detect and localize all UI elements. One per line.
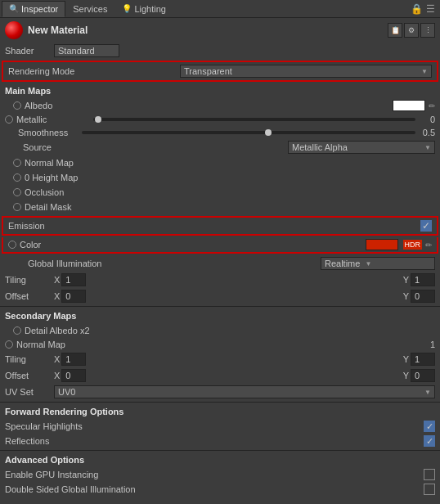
gpu-instancing-checkbox[interactable]: [424, 469, 435, 480]
smoothness-value: 0.5: [419, 128, 435, 137]
gpu-instancing-controls: [424, 469, 435, 480]
offset-x-field: X 0: [54, 290, 86, 303]
advanced-header: Advanced Options: [0, 452, 440, 467]
secondary-normal-circle: [5, 340, 13, 349]
shader-value[interactable]: Standard: [54, 44, 119, 57]
tiling-label: Tiling: [5, 275, 54, 285]
secondary-normal-value: 1: [419, 340, 435, 349]
uvset-arrow: ▼: [424, 389, 431, 396]
offset2-y-value[interactable]: 0: [411, 369, 435, 382]
uvset-row: UV Set UV0 ▼: [0, 384, 440, 400]
tiling-x-label: X: [54, 275, 60, 285]
albedo-color-swatch[interactable]: [393, 100, 425, 111]
gpu-instancing-label: Enable GPU Instancing: [5, 470, 98, 479]
tiling-y-field: Y 1: [403, 273, 435, 286]
offset-label: Offset: [5, 291, 54, 301]
detail-albedo-label: Detail Albedo x2: [25, 326, 90, 335]
forward-rendering-header: Forward Rendering Options: [0, 404, 440, 419]
albedo-controls: ✏: [393, 100, 435, 111]
secondary-normal-label: Normal Map: [16, 340, 65, 349]
emission-color-circle: [8, 241, 16, 249]
smoothness-slider-thumb: [265, 129, 272, 136]
emission-color-swatch[interactable]: [366, 239, 398, 250]
tab-services[interactable]: Services: [65, 1, 114, 17]
height-map-row: 0 Height Map: [0, 170, 440, 185]
tiling2-row: Tiling X 1 Y 1: [0, 351, 440, 367]
tiling2-y-label: Y: [403, 354, 409, 364]
lock-icon[interactable]: 🔒: [411, 3, 423, 15]
detail-albedo-row: Detail Albedo x2: [0, 323, 440, 338]
tiling2-y-field: Y 1: [403, 353, 435, 366]
gi-dropdown[interactable]: Realtime ▼: [321, 257, 435, 270]
occlusion-label: Occlusion: [25, 187, 64, 197]
albedo-circle: [13, 101, 21, 110]
specular-row: Specular Highlights ✓: [0, 419, 440, 434]
source-right: Metallic Alpha ▼: [288, 141, 435, 154]
more-button[interactable]: ⋮: [420, 23, 435, 38]
emission-checkbox[interactable]: ✓: [420, 220, 432, 232]
occlusion-row: Occlusion: [0, 185, 440, 200]
main-content: New Material 📋 ⚙ ⋮ Shader Standard Rende…: [0, 18, 440, 504]
tabbar-actions: 🔒 ☰: [411, 3, 438, 15]
tiling-x-value[interactable]: 1: [61, 273, 86, 286]
settings-button[interactable]: ⚙: [404, 23, 419, 38]
tiling-x-field: X 1: [54, 273, 86, 286]
source-row: Source Metallic Alpha ▼: [0, 139, 440, 155]
offset-y-value[interactable]: 0: [411, 290, 435, 303]
offset-row: Offset X 0 Y 0: [0, 288, 440, 304]
tiling2-label: Tiling: [5, 354, 54, 364]
offset2-row: Offset X 0 Y 0: [0, 367, 440, 384]
source-arrow: ▼: [424, 144, 431, 151]
emission-color-row: Color HDR ✏: [2, 237, 438, 254]
shader-row: Shader Standard: [0, 43, 440, 59]
emission-color-label: Color: [20, 240, 41, 250]
gi-value: Realtime: [325, 259, 360, 268]
detail-albedo-circle: [13, 326, 21, 335]
gpu-instancing-row: Enable GPU Instancing: [0, 467, 440, 482]
double-sided-controls: [424, 484, 435, 495]
metallic-slider[interactable]: [93, 118, 415, 121]
normal-map-circle: [13, 159, 21, 167]
preview-button[interactable]: 📋: [388, 23, 402, 38]
reflections-label: Reflections: [5, 436, 49, 446]
uvset-dropdown[interactable]: UV0 ▼: [54, 385, 435, 398]
offset2-x-value[interactable]: 0: [61, 369, 86, 382]
normal-map-label: Normal Map: [25, 158, 74, 168]
divider-2: [0, 402, 440, 403]
smoothness-slider[interactable]: [82, 131, 415, 134]
tiling-y-value[interactable]: 1: [411, 273, 435, 286]
tab-lighting-label: Lighting: [134, 4, 166, 14]
smoothness-label: Smoothness: [5, 128, 79, 137]
source-dropdown[interactable]: Metallic Alpha ▼: [288, 141, 435, 154]
reflections-row: Reflections ✓: [0, 434, 440, 448]
tab-inspector[interactable]: 🔍 Inspector: [2, 1, 65, 17]
offset2-x-label: X: [54, 371, 60, 380]
tab-lighting[interactable]: 💡 Lighting: [114, 1, 173, 17]
metallic-row: Metallic 0: [0, 113, 440, 126]
shader-label: Shader: [5, 46, 54, 56]
double-sided-row: Double Sided Global Illumination: [0, 482, 440, 497]
metallic-value: 0: [419, 115, 435, 124]
lighting-icon: 💡: [122, 4, 132, 13]
specular-controls: ✓: [424, 421, 435, 432]
tiling2-x-value[interactable]: 1: [61, 353, 86, 366]
rendering-mode-dropdown[interactable]: Transparent ▼: [180, 65, 432, 78]
specular-checkbox[interactable]: ✓: [424, 421, 435, 432]
albedo-edit-icon[interactable]: ✏: [429, 101, 435, 110]
offset-x-value[interactable]: 0: [61, 290, 86, 303]
occlusion-circle: [13, 188, 21, 196]
tiling-row: Tiling X 1 Y 1: [0, 272, 440, 288]
specular-checkmark: ✓: [426, 421, 433, 432]
tiling2-x-label: X: [54, 354, 60, 364]
offset-x-label: X: [54, 291, 60, 301]
reflections-checkbox[interactable]: ✓: [424, 435, 435, 447]
emission-edit-icon[interactable]: ✏: [425, 241, 432, 250]
tiling2-y-value[interactable]: 1: [411, 353, 435, 366]
reflections-checkmark: ✓: [426, 436, 433, 447]
height-map-label: 0 Height Map: [25, 173, 78, 182]
double-sided-checkbox[interactable]: [424, 484, 435, 495]
divider-3: [0, 450, 440, 451]
more-icon[interactable]: ☰: [426, 3, 435, 15]
material-name: New Material: [28, 25, 88, 36]
material-header-buttons: 📋 ⚙ ⋮: [388, 23, 435, 38]
